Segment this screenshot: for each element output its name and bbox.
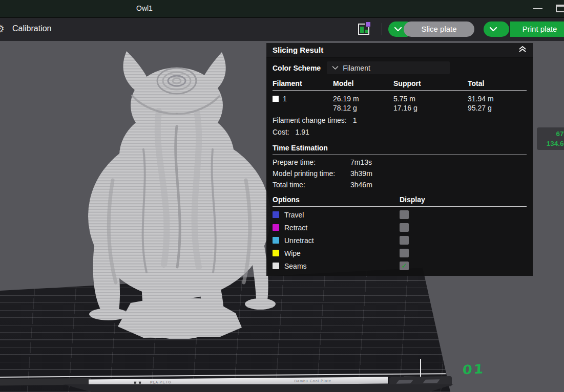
filament-change-times: Filament change times: 1	[273, 116, 527, 124]
prepare-time-row: Prepare time: 7m13s	[273, 158, 527, 166]
panel-title: Slicing Result	[273, 46, 323, 54]
owl-model[interactable]	[82, 47, 277, 339]
calibration-gear-icon[interactable]: ⚙	[0, 23, 5, 35]
total-time-row: Total time: 3h46m	[273, 181, 527, 189]
filament-color-swatch[interactable]	[273, 96, 279, 102]
rail-material-label: PLA PETG	[150, 380, 172, 384]
maximize-icon[interactable]	[556, 5, 564, 12]
chevron-down-icon	[489, 26, 497, 32]
layer-height: 134.60	[540, 139, 564, 148]
qr-code-icon	[134, 381, 137, 384]
color-scheme-label: Color Scheme	[273, 64, 321, 72]
qr-code-icon	[138, 381, 141, 384]
travel-checkbox[interactable]: ✓	[400, 210, 409, 219]
color-scheme-select[interactable]: Filament	[327, 61, 450, 74]
panel-header: Slicing Result	[266, 43, 533, 57]
seams-checkbox[interactable]: ✓	[400, 262, 409, 270]
layer-number: 673	[540, 129, 564, 139]
option-row-unretract: Unretract ✓	[273, 235, 527, 245]
time-estimation-title: Time Estimation	[273, 144, 527, 152]
calibration-label[interactable]: Calibration	[12, 24, 51, 33]
print-plate-button[interactable]: Print plate	[510, 21, 564, 37]
support-length: 5.75 m	[393, 94, 468, 103]
retract-color-swatch	[273, 224, 279, 231]
filament-table-row: 1 26.19 m 78.12 g 5.75 m 17.16 g 31.94 m…	[273, 94, 527, 113]
retract-checkbox[interactable]: ✓	[400, 223, 409, 232]
layer-slider-badge[interactable]: 673 134.60	[537, 127, 564, 150]
options-header: Options Display	[273, 195, 527, 204]
option-row-seams: Seams ✓	[273, 261, 527, 271]
slice-plate-button[interactable]: Slice plate	[404, 21, 474, 37]
plate-number-label: 01	[462, 361, 485, 377]
wipe-checkbox[interactable]: ✓	[400, 249, 409, 257]
model-printing-time-row: Model printing time: 3h39m	[273, 169, 527, 178]
support-weight: 17.16 g	[393, 103, 468, 113]
unretract-color-swatch	[273, 237, 279, 244]
window-title: Owl1	[136, 4, 153, 12]
color-scheme-value: Filament	[343, 64, 370, 72]
total-length: 31.94 m	[468, 94, 527, 103]
checkmark-icon: ✓	[401, 262, 407, 270]
option-row-retract: Retract ✓	[273, 223, 527, 232]
chevron-down-icon	[332, 66, 339, 70]
minimize-icon[interactable]	[533, 8, 542, 9]
collapse-icon[interactable]	[518, 46, 527, 54]
divider	[273, 206, 527, 207]
plate-layout-icon[interactable]	[358, 24, 369, 35]
option-row-wipe: Wipe ✓	[273, 248, 527, 258]
rail-plate-type-label: Bambu Cool Plate	[295, 379, 331, 383]
slicing-result-panel: Slicing Result Color Scheme Filament Fil…	[266, 43, 533, 276]
wipe-color-swatch	[273, 250, 279, 256]
model-length: 26.19 m	[333, 94, 393, 103]
model-weight: 78.12 g	[333, 103, 393, 113]
travel-color-swatch	[273, 211, 279, 218]
option-row-travel: Travel ✓	[273, 210, 527, 220]
cost: Cost: 1.91	[273, 128, 527, 136]
print-dropdown-button[interactable]	[484, 21, 509, 37]
bed-corner-marker	[420, 359, 421, 377]
chevron-down-icon	[394, 26, 402, 32]
filament-table-header: Filament Model Support Total	[273, 79, 527, 88]
seams-color-swatch	[273, 263, 279, 269]
divider	[273, 155, 527, 155]
title-bar: Owl1	[0, 0, 564, 18]
divider	[273, 90, 527, 91]
bed-front-face	[51, 384, 453, 392]
total-weight: 95.27 g	[468, 103, 527, 113]
toolbar-divider	[382, 23, 382, 35]
filament-id: 1	[283, 95, 287, 103]
toolbar: ⚙ Calibration Slice plate Print plate	[0, 18, 564, 41]
unretract-checkbox[interactable]: ✓	[400, 236, 409, 245]
